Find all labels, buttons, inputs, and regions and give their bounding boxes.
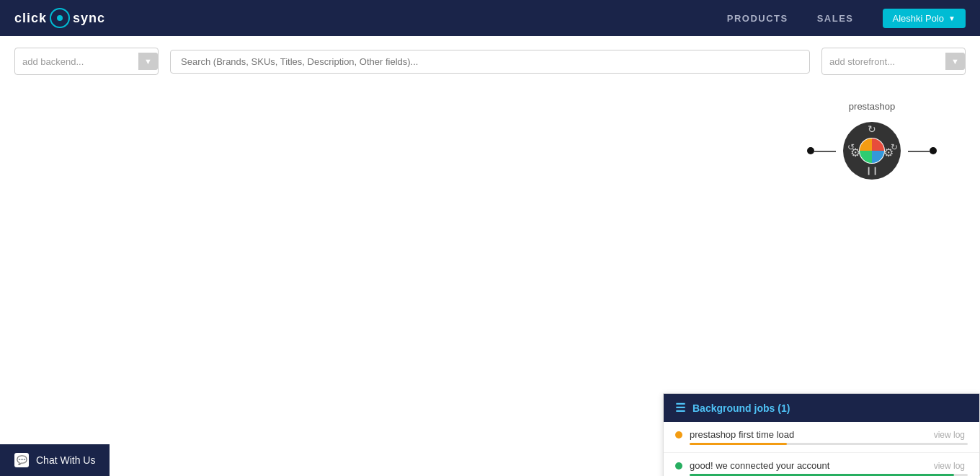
- logo-dot: [57, 15, 63, 21]
- logo-text-before: click: [14, 11, 47, 26]
- storefront-dropdown[interactable]: add storefront... ▼: [821, 48, 966, 75]
- toolbar: add backend... ▼ add storefront... ▼: [0, 36, 980, 87]
- view-log-1[interactable]: view log: [934, 430, 968, 440]
- backend-dropdown[interactable]: add backend... ▼: [14, 48, 159, 75]
- progress-bar-bg-1: [690, 443, 968, 445]
- ps-line-left: [814, 151, 836, 152]
- ps-dot-left: [807, 147, 814, 154]
- nav-sales[interactable]: SALES: [817, 13, 854, 24]
- backend-dropdown-label: add backend...: [22, 56, 84, 67]
- bg-job-item-1: prestashop first time load view log: [664, 422, 979, 453]
- status-dot-green: [675, 462, 682, 470]
- chat-label: Chat With Us: [36, 454, 95, 466]
- bg-jobs-header: ☰ Background jobs (1): [664, 394, 979, 422]
- ps-pause-icon: ❙❙: [865, 166, 878, 175]
- storefront-dropdown-label: add storefront...: [829, 56, 895, 67]
- ps-dot-right: [930, 147, 937, 154]
- background-jobs-panel: ☰ Background jobs (1) prestashop first t…: [663, 393, 980, 476]
- bg-jobs-title: Background jobs (1): [692, 402, 790, 414]
- prestashop-widget: prestashop ↻ ❙❙ ↺ ↻ ⚙ ⚙: [807, 101, 937, 187]
- logo-text-after: sync: [73, 11, 105, 26]
- bg-jobs-icon: ☰: [675, 401, 685, 415]
- logo: click sync: [14, 8, 105, 28]
- chat-icon: 💬: [14, 453, 29, 467]
- progress-bar-fill-1: [690, 443, 787, 445]
- prestashop-diagram: ↻ ❙❙ ↺ ↻ ⚙ ⚙: [807, 115, 937, 187]
- chat-button[interactable]: 💬 Chat With Us: [0, 444, 110, 476]
- nav: PRODUCTS SALES Aleshki Polo ▼: [727, 9, 966, 28]
- ps-gear-left-icon: ⚙: [850, 146, 860, 159]
- user-name: Aleshki Polo: [893, 13, 945, 24]
- backend-dropdown-arrow: ▼: [138, 53, 158, 70]
- status-dot-orange: [675, 431, 682, 438]
- job-text-1: prestashop first time load: [690, 429, 927, 440]
- logo-icon: [50, 8, 70, 28]
- chat-icon-symbol: 💬: [17, 455, 27, 465]
- header: click sync PRODUCTS SALES Aleshki Polo ▼: [0, 0, 980, 36]
- ps-line-right: [908, 151, 930, 152]
- job-text-2: good! we connected your account: [690, 460, 927, 471]
- ps-gear-right-icon: ⚙: [883, 146, 894, 159]
- bg-job-row-1: prestashop first time load view log: [675, 429, 968, 440]
- ps-refresh-icon: ↻: [868, 123, 876, 135]
- view-log-2[interactable]: view log: [934, 461, 968, 471]
- ps-inner-circle: [859, 138, 885, 164]
- bg-job-row-2: good! we connected your account view log: [675, 460, 968, 471]
- bg-job-item-2: good! we connected your account view log: [664, 453, 979, 476]
- storefront-dropdown-arrow: ▼: [945, 53, 965, 70]
- ps-color-ring: [860, 138, 884, 163]
- search-input[interactable]: [170, 50, 810, 74]
- user-menu-button[interactable]: Aleshki Polo ▼: [883, 9, 966, 28]
- ps-center-circle[interactable]: ↻ ❙❙ ↺ ↻ ⚙ ⚙: [843, 122, 901, 180]
- nav-products[interactable]: PRODUCTS: [727, 13, 788, 24]
- main-content: prestashop ↻ ❙❙ ↺ ↻ ⚙ ⚙: [0, 87, 980, 476]
- prestashop-label: prestashop: [849, 101, 895, 112]
- user-dropdown-arrow: ▼: [948, 14, 956, 22]
